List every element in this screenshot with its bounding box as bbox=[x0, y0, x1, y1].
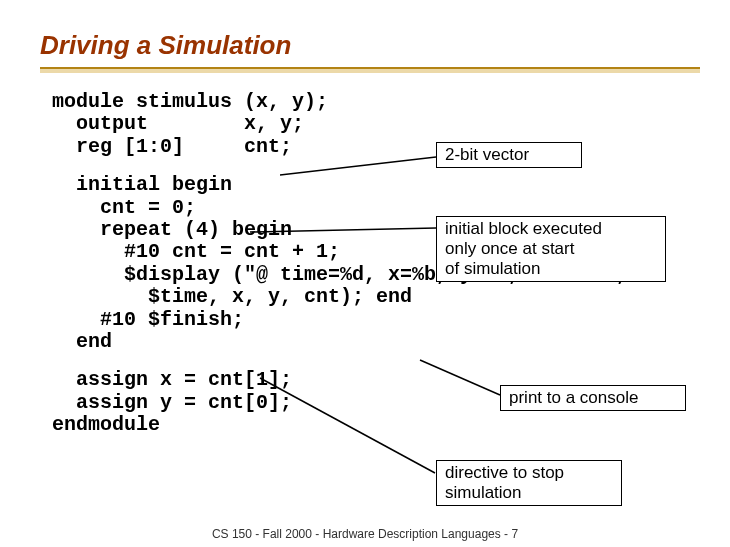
annotation-initial-block: initial block executed only once at star… bbox=[436, 216, 666, 282]
slide: Driving a Simulation module stimulus (x,… bbox=[0, 0, 730, 547]
annotation-2bit-vector: 2-bit vector bbox=[436, 142, 582, 168]
annotation-print-console: print to a console bbox=[500, 385, 686, 411]
annotation-finish-directive: directive to stop simulation bbox=[436, 460, 622, 506]
slide-footer: CS 150 - Fall 2000 - Hardware Descriptio… bbox=[0, 527, 730, 541]
code-block-1: module stimulus (x, y); output x, y; reg… bbox=[52, 91, 700, 158]
title-rule bbox=[40, 63, 700, 77]
slide-title: Driving a Simulation bbox=[40, 30, 700, 61]
